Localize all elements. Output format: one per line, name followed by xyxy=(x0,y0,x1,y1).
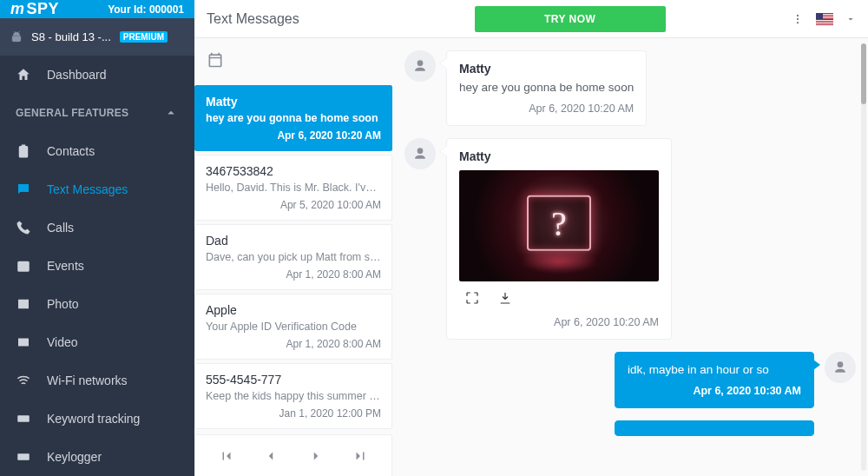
conversation-item[interactable]: 3467533842 Hello, David. This is Mr. Bla… xyxy=(194,155,392,221)
expand-icon[interactable] xyxy=(464,290,480,306)
premium-badge: PREMIUM xyxy=(120,31,168,43)
sidebar-item-events[interactable]: Events xyxy=(0,247,194,285)
conversation-time: Apr 1, 2020 8:00 AM xyxy=(206,268,381,281)
conversation-preview: Keep the kids happy this summer with ... xyxy=(206,390,381,402)
sidebar-item-contacts[interactable]: Contacts xyxy=(0,132,194,170)
sidebar-item-keylogger[interactable]: Keylogger xyxy=(0,438,194,476)
conversation-preview: hey are you gonna be home soon xyxy=(206,112,381,124)
sidebar: mSPY Your Id: 000001 S8 - build 13 -... … xyxy=(0,0,194,476)
sidebar-item-label: Photo xyxy=(47,297,79,311)
conversation-name: Dad xyxy=(206,234,381,248)
device-name: S8 - build 13 -... xyxy=(31,30,111,43)
media-image[interactable]: ? xyxy=(459,170,659,281)
message-row: idk, maybe in an hour or so Apr 6, 2020 … xyxy=(404,352,856,408)
content: Matty hey are you gonna be home soon Apr… xyxy=(194,38,868,476)
svg-point-10 xyxy=(797,21,799,23)
message-bubble: Matty ? xyxy=(446,138,672,340)
device-selector[interactable]: S8 - build 13 -... PREMIUM xyxy=(0,18,194,56)
message-thread: Matty hey are you gonna be home soon Apr… xyxy=(392,38,868,476)
conversation-preview: Your Apple ID Verification Code xyxy=(206,321,381,333)
avatar xyxy=(404,138,436,169)
first-page-button[interactable] xyxy=(214,443,240,469)
last-page-button[interactable] xyxy=(347,443,373,469)
topbar: Text Messages TRY NOW xyxy=(194,0,868,38)
home-icon xyxy=(16,67,31,83)
image-icon xyxy=(16,296,31,312)
message-text: idk, maybe in an hour or so xyxy=(628,363,801,376)
sidebar-item-dashboard[interactable]: Dashboard xyxy=(0,56,194,94)
conversation-name: 555-4545-777 xyxy=(206,373,381,387)
svg-point-9 xyxy=(797,17,799,19)
conversation-item[interactable]: Apple Your Apple ID Verification Code Ap… xyxy=(194,294,392,360)
conversation-time: Apr 5, 2020 10:00 AM xyxy=(206,199,381,211)
message-row: Matty hey are you gonna be home soon Apr… xyxy=(404,50,856,126)
conversation-item[interactable]: Dad Dave, can you pick up Matt from scho… xyxy=(194,224,392,290)
conversation-list: Matty hey are you gonna be home soon Apr… xyxy=(194,82,392,476)
svg-rect-1 xyxy=(17,453,30,460)
message-sender: Matty xyxy=(459,62,634,76)
phone-icon xyxy=(16,220,31,235)
message-timestamp: Apr 6, 2020 10:20 AM xyxy=(459,102,634,115)
sidebar-item-wifi[interactable]: Wi-Fi networks xyxy=(0,361,194,400)
more-icon[interactable] xyxy=(792,13,804,25)
message-text: hey are you gonna be home soon xyxy=(459,81,634,94)
user-id: Your Id: 000001 xyxy=(108,3,184,16)
conversation-pager xyxy=(194,434,392,476)
sidebar-item-label: Calls xyxy=(47,221,74,235)
conversation-item[interactable]: Matty hey are you gonna be home soon Apr… xyxy=(194,85,392,151)
chevron-down-icon[interactable] xyxy=(845,14,856,24)
sidebar-section-general[interactable]: GENERAL FEATURES xyxy=(0,94,194,132)
conversation-time: Jan 1, 2020 12:00 PM xyxy=(206,407,381,420)
conversation-name: 3467533842 xyxy=(206,164,381,178)
sidebar-item-text-messages[interactable]: Text Messages xyxy=(0,170,194,208)
conversation-preview: Dave, can you pick up Matt from schoo... xyxy=(206,251,381,263)
message-media: ? xyxy=(459,170,659,307)
next-page-button[interactable] xyxy=(303,443,329,469)
conversation-time: Apr 1, 2020 8:00 AM xyxy=(206,338,381,350)
calendar-icon xyxy=(16,258,31,274)
keyboard-icon xyxy=(16,449,31,465)
sidebar-item-label: Contacts xyxy=(47,144,95,158)
message-timestamp: Apr 6, 2020 10:30 AM xyxy=(628,385,801,397)
svg-rect-0 xyxy=(17,415,30,422)
sidebar-item-label: Text Messages xyxy=(47,182,128,196)
sidebar-item-calls[interactable]: Calls xyxy=(0,208,194,247)
sidebar-item-label: Keylogger xyxy=(47,450,102,464)
message-sender: Matty xyxy=(459,149,659,163)
conversations-column: Matty hey are you gonna be home soon Apr… xyxy=(194,38,392,476)
try-now-button[interactable]: TRY NOW xyxy=(475,6,666,32)
chevron-up-icon xyxy=(163,105,179,121)
prev-page-button[interactable] xyxy=(258,443,284,469)
message-bubble: Matty hey are you gonna be home soon Apr… xyxy=(446,50,647,126)
message-row xyxy=(404,420,856,452)
keyboard-icon xyxy=(16,411,31,426)
sidebar-item-keyword-tracking[interactable]: Keyword tracking xyxy=(0,400,194,438)
android-icon xyxy=(10,31,23,43)
sidebar-item-label: Events xyxy=(47,259,84,273)
video-icon xyxy=(16,334,31,350)
wifi-icon xyxy=(16,373,31,388)
download-icon[interactable] xyxy=(497,290,513,306)
sidebar-section-label: GENERAL FEATURES xyxy=(16,107,128,119)
svg-point-8 xyxy=(797,14,799,16)
conversation-item[interactable]: 555-4545-777 Keep the kids happy this su… xyxy=(194,363,392,429)
conversation-name: Matty xyxy=(206,95,381,109)
scrollbar[interactable] xyxy=(861,43,866,471)
sidebar-item-video[interactable]: Video xyxy=(0,323,194,361)
sidebar-item-label: Video xyxy=(47,335,78,349)
media-actions xyxy=(459,281,659,307)
date-filter-row xyxy=(194,38,392,82)
chat-icon xyxy=(16,182,31,197)
conversation-time: Apr 6, 2020 10:20 AM xyxy=(206,129,381,142)
sidebar-header: mSPY Your Id: 000001 xyxy=(0,0,194,18)
sidebar-item-photo[interactable]: Photo xyxy=(0,285,194,323)
sidebar-item-label: Keyword tracking xyxy=(47,412,140,426)
topbar-actions xyxy=(792,13,856,25)
main: Text Messages TRY NOW Matty hey are you … xyxy=(194,0,868,476)
flag-us-icon[interactable] xyxy=(816,13,833,25)
clipboard-icon xyxy=(16,143,31,159)
message-row: Matty ? xyxy=(404,138,856,340)
message-bubble xyxy=(615,420,814,436)
sidebar-item-label: Dashboard xyxy=(47,68,107,82)
calendar-icon[interactable] xyxy=(207,51,224,69)
